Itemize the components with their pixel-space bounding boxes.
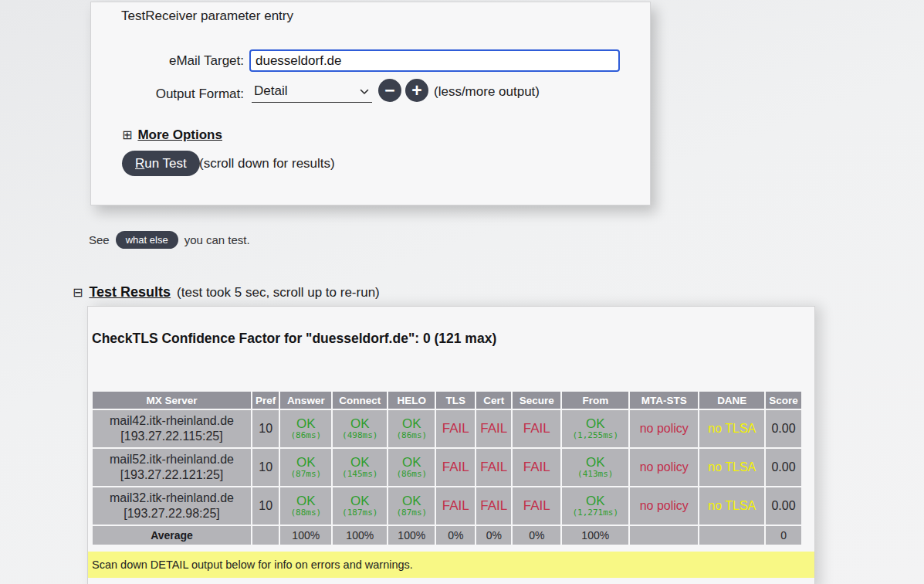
results-table: MX ServerPrefAnswerConnectHELOTLSCertSec… xyxy=(91,390,803,546)
dane-cell: no TLSA xyxy=(699,410,764,447)
what-else-button[interactable]: what else xyxy=(116,231,178,249)
dane-cell: no TLSA xyxy=(699,449,764,486)
from-cell: OK(1,271ms) xyxy=(562,487,628,525)
detail-banner: Scan down DETAIL output below for info o… xyxy=(88,552,814,578)
expand-box-icon: ⊞ xyxy=(122,129,132,141)
email-target-input[interactable] xyxy=(249,49,620,72)
table-row: mail52.itk-rheinland.de[193.27.22.121:25… xyxy=(93,449,801,486)
helo-cell: OK(87ms) xyxy=(388,487,435,525)
column-header: MTA-STS xyxy=(630,392,698,409)
average-value xyxy=(699,526,764,545)
column-header: TLS xyxy=(436,392,475,409)
average-value: 100% xyxy=(388,526,435,545)
average-value: 0 xyxy=(766,526,801,545)
run-test-button[interactable]: Run Test xyxy=(122,151,200,176)
secure-cell: FAIL xyxy=(513,487,560,525)
helo-cell: OK(86ms) xyxy=(388,449,435,486)
page: TestReceiver parameter entry eMail Targe… xyxy=(0,0,924,584)
output-format-label: Output Format: xyxy=(91,87,244,102)
column-header: DANE xyxy=(699,392,764,409)
pref-cell: 10 xyxy=(252,449,279,486)
column-header: Score xyxy=(766,392,801,409)
run-test-label-rest: un Test xyxy=(144,156,187,171)
from-cell: OK(413ms) xyxy=(562,449,628,486)
average-row: Average100%100%100%0%0%0%100%0 xyxy=(93,526,801,545)
connect-cell: OK(498ms) xyxy=(333,410,387,447)
cert-cell: FAIL xyxy=(476,410,511,447)
output-format-select[interactable]: Detail xyxy=(252,81,372,103)
form-title: TestReceiver parameter entry xyxy=(121,8,293,24)
average-value xyxy=(630,526,698,545)
average-value: 0% xyxy=(513,526,560,545)
output-format-value: Detail xyxy=(254,83,287,99)
run-test-accesskey: R xyxy=(135,156,144,171)
tls-cell: FAIL xyxy=(436,487,475,525)
results-panel: CheckTLS Confidence Factor for "duesseld… xyxy=(87,306,815,584)
column-header: Secure xyxy=(513,392,560,409)
confidence-factor-title: CheckTLS Confidence Factor for "duesseld… xyxy=(92,331,496,347)
secure-cell: FAIL xyxy=(513,410,560,447)
column-header: HELO xyxy=(388,392,435,409)
mta-sts-cell: no policy xyxy=(630,487,698,525)
answer-cell: OK(87ms) xyxy=(280,449,331,486)
table-row: mail32.itk-rheinland.de[193.27.22.98:25]… xyxy=(93,487,801,525)
mx-server-cell: mail42.itk-rheinland.de[193.27.22.115:25… xyxy=(93,410,251,447)
average-value xyxy=(252,526,279,545)
cert-cell: FAIL xyxy=(476,449,511,486)
average-value: 100% xyxy=(333,526,387,545)
tls-cell: FAIL xyxy=(436,449,475,486)
average-value: 100% xyxy=(562,526,628,545)
email-target-label: eMail Target: xyxy=(91,53,244,69)
chevron-down-icon xyxy=(360,89,369,95)
column-header: Pref xyxy=(252,392,279,409)
cert-cell: FAIL xyxy=(476,487,511,525)
average-label: Average xyxy=(93,526,251,545)
dane-cell: no TLSA xyxy=(699,487,764,525)
less-more-hint: (less/more output) xyxy=(434,84,540,100)
less-output-button[interactable]: − xyxy=(378,79,401,102)
connect-cell: OK(187ms) xyxy=(333,487,387,525)
column-header: Cert xyxy=(476,392,511,409)
pref-cell: 10 xyxy=(252,410,279,447)
helo-cell: OK(86ms) xyxy=(388,410,435,447)
see-what-else-row: See what else you can test. xyxy=(89,231,250,249)
see-suffix: you can test. xyxy=(184,233,250,246)
test-receiver-form-panel: TestReceiver parameter entry eMail Targe… xyxy=(90,2,651,205)
connect-cell: OK(145ms) xyxy=(333,449,387,486)
average-value: 100% xyxy=(280,526,331,545)
more-options-label: More Options xyxy=(137,127,222,143)
column-header: From xyxy=(562,392,628,409)
see-prefix: See xyxy=(89,233,110,246)
average-value: 0% xyxy=(436,526,475,545)
pref-cell: 10 xyxy=(252,487,279,525)
test-results-note: (test took 5 sec, scroll up to re-run) xyxy=(177,285,380,300)
column-header: Connect xyxy=(333,392,387,409)
run-test-hint: (scroll down for results) xyxy=(199,156,335,171)
mta-sts-cell: no policy xyxy=(630,410,698,447)
more-options-toggle[interactable]: ⊞ More Options xyxy=(122,127,222,143)
score-cell: 0.00 xyxy=(766,449,801,486)
test-results-toggle[interactable]: ⊟ Test Results (test took 5 sec, scroll … xyxy=(73,284,380,300)
mx-server-cell: mail52.itk-rheinland.de[193.27.22.121:25… xyxy=(93,449,251,486)
tls-cell: FAIL xyxy=(436,410,475,447)
table-row: mail42.itk-rheinland.de[193.27.22.115:25… xyxy=(93,410,801,447)
score-cell: 0.00 xyxy=(766,487,801,525)
answer-cell: OK(86ms) xyxy=(280,410,331,447)
collapse-box-icon: ⊟ xyxy=(73,287,83,299)
column-header: MX Server xyxy=(93,392,251,409)
mx-server-cell: mail32.itk-rheinland.de[193.27.22.98:25] xyxy=(93,487,251,525)
score-cell: 0.00 xyxy=(766,410,801,447)
answer-cell: OK(88ms) xyxy=(280,487,331,525)
column-header: Answer xyxy=(280,392,331,409)
more-output-button[interactable]: + xyxy=(405,79,428,102)
results-table-body: mail42.itk-rheinland.de[193.27.22.115:25… xyxy=(93,410,801,545)
average-value: 0% xyxy=(476,526,511,545)
results-table-header-row: MX ServerPrefAnswerConnectHELOTLSCertSec… xyxy=(93,392,801,409)
from-cell: OK(1,255ms) xyxy=(562,410,628,447)
test-results-title: Test Results xyxy=(89,284,171,300)
mta-sts-cell: no policy xyxy=(630,449,698,486)
secure-cell: FAIL xyxy=(513,449,560,486)
